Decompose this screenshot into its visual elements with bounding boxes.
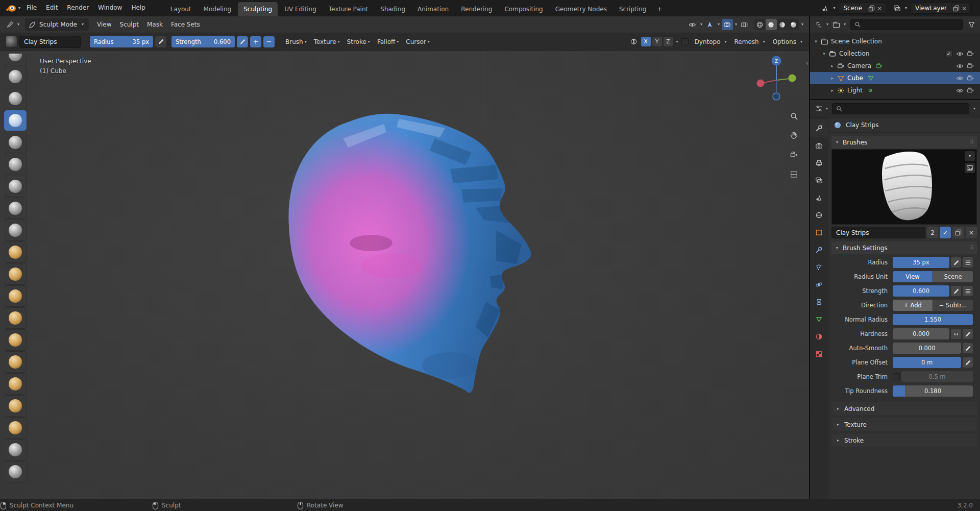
input-samples-icon[interactable]	[963, 286, 973, 296]
hardness-slider[interactable]: 0.000	[893, 328, 949, 339]
unlink-brush-icon[interactable]: ×	[966, 227, 977, 238]
properties-options-chevron-icon[interactable]: ▾	[972, 107, 977, 111]
expander-open-icon[interactable]: ▾	[812, 39, 820, 44]
brush-tool-flatten[interactable]	[4, 264, 27, 284]
overlays-chevron-icon[interactable]: ▾	[733, 22, 739, 27]
remesh-chevron-icon[interactable]: ▾	[762, 40, 767, 44]
gizmos-toggle-icon[interactable]	[704, 19, 716, 30]
plane-trim-slider[interactable]: 0.5 m	[901, 371, 973, 382]
strength-slider[interactable]: Strength 0.600	[172, 36, 235, 47]
plane-trim-checkbox[interactable]	[893, 373, 900, 380]
new-scene-icon[interactable]	[867, 4, 875, 12]
normal-radius-slider[interactable]: 1.550	[893, 314, 973, 325]
properties-tab-render[interactable]	[810, 137, 828, 154]
scene-option[interactable]: Scene	[933, 271, 973, 282]
xray-toggle-icon[interactable]	[739, 19, 750, 30]
gizmos-chevron-icon[interactable]: ▾	[716, 22, 721, 27]
remesh-dropdown[interactable]: Remesh	[730, 38, 760, 45]
workspace-tab-layout[interactable]: Layout	[165, 2, 197, 16]
mirror-x-button[interactable]: X	[641, 37, 651, 46]
pressure-icon[interactable]	[951, 257, 961, 267]
workspace-tab-modeling[interactable]: Modeling	[198, 2, 237, 16]
pressure-icon[interactable]	[963, 357, 973, 368]
shading-solid-icon[interactable]	[766, 19, 777, 30]
properties-tab-material[interactable]	[810, 328, 828, 345]
workspace-tab-scripting[interactable]: Scripting	[614, 2, 652, 16]
expander-open-icon[interactable]: ▾	[820, 51, 828, 56]
workspace-tab-geometry-nodes[interactable]: Geometry Nodes	[550, 2, 612, 16]
pressure-icon[interactable]	[963, 343, 973, 353]
panel-texture[interactable]: ▸Texture	[831, 418, 977, 431]
hide-viewport-toggle-icon[interactable]	[954, 75, 965, 82]
menu-help[interactable]: Help	[127, 0, 150, 16]
properties-tab-modifiers[interactable]	[810, 241, 828, 258]
viewlayer-chevron-icon[interactable]: ▾	[903, 6, 909, 10]
navigation-gizmo[interactable]: Z	[752, 54, 801, 103]
outliner-row-cube[interactable]: ▸Cube	[810, 72, 980, 84]
disable-render-toggle-icon[interactable]	[965, 87, 976, 94]
panel-grip-icon[interactable]: ⠿	[970, 245, 974, 251]
blender-logo-icon[interactable]	[5, 5, 16, 12]
brush-name-input[interactable]: Clay Strips	[831, 227, 925, 238]
dropdown-cursor[interactable]: Cursor▾	[401, 38, 432, 45]
visibility-chevron-icon[interactable]: ▾	[699, 22, 704, 27]
brush-settings-header[interactable]: ▾ Brush Settings ⠿	[831, 241, 977, 254]
brush-users-count[interactable]: 2	[927, 227, 938, 238]
expander-closed-icon[interactable]: ▸	[828, 76, 836, 81]
direction-add-button[interactable]: +	[250, 36, 261, 47]
brush-tool-snake-hook[interactable]	[4, 418, 27, 438]
active-brush-name-field[interactable]: Clay Strips	[19, 36, 81, 48]
expander-closed-icon[interactable]: ▸	[828, 88, 836, 93]
pressure-icon[interactable]	[963, 329, 973, 339]
panel-grip-icon[interactable]: ⠿	[970, 139, 974, 145]
viewport-3d[interactable]: User Perspective (1) Cube Z	[0, 51, 809, 499]
disable-render-toggle-icon[interactable]	[965, 50, 976, 58]
brush-tool-scrape[interactable]	[4, 308, 27, 328]
properties-tab-scene[interactable]	[810, 189, 828, 206]
region-collapse-icon[interactable]: ‹	[806, 60, 808, 67]
outliner-display-mode-icon[interactable]	[830, 19, 842, 30]
brush-tool-blob[interactable]	[4, 198, 27, 218]
menu-edit[interactable]: Edit	[41, 0, 62, 16]
brush-preview[interactable]: ▾	[831, 149, 977, 225]
properties-tab-object[interactable]	[810, 224, 828, 241]
radius-slider[interactable]: Radius 35 px	[90, 36, 153, 47]
outliner-editor-type-icon[interactable]	[813, 19, 824, 30]
properties-tab-physics[interactable]	[810, 276, 828, 293]
properties-tab-texture[interactable]	[810, 345, 828, 362]
workspace-tab-rendering[interactable]: Rendering	[455, 2, 498, 16]
menu-window[interactable]: Window	[93, 0, 127, 16]
workspace-tab-animation[interactable]: Animation	[412, 2, 454, 16]
workspace-tab-add[interactable]: +	[653, 2, 666, 16]
outliner-editor-chevron-icon[interactable]: ▾	[825, 22, 830, 27]
viewport-menu-face-sets[interactable]: Face Sets	[167, 16, 204, 33]
properties-search-input[interactable]	[832, 103, 969, 114]
properties-tab-tool[interactable]	[810, 119, 828, 137]
dropdown-texture[interactable]: Texture▾	[309, 38, 342, 45]
scene-chevron-icon[interactable]: ▾	[831, 6, 837, 10]
brush-tool-pose[interactable]	[4, 461, 27, 482]
dropdown-stroke[interactable]: Stroke▾	[342, 38, 373, 45]
collection-checkbox[interactable]: ✓	[945, 50, 952, 57]
remove-viewlayer-icon[interactable]: ×	[960, 4, 968, 12]
options-chevron-icon[interactable]: ▾	[799, 40, 804, 44]
properties-tab-view-layer[interactable]	[810, 172, 828, 189]
dyntopo-chevron-icon[interactable]: ▾	[723, 40, 728, 44]
outliner-row-camera[interactable]: ▸Camera	[810, 60, 980, 72]
outliner-row-scene-collection[interactable]: ▾Scene Collection	[810, 35, 980, 47]
mirror-z-button[interactable]: Z	[664, 37, 673, 46]
brush-tool-smooth[interactable]	[4, 242, 27, 262]
gizmo-negative-z-axis[interactable]	[773, 93, 780, 100]
delete-scene-icon[interactable]: ×	[875, 4, 884, 12]
brush-tool-clay[interactable]	[4, 88, 27, 109]
extrapolate-icon[interactable]: ↔	[951, 329, 961, 339]
editor-type-icon[interactable]	[4, 19, 15, 30]
outliner-search-input[interactable]	[850, 19, 963, 30]
plane-offset-slider[interactable]: 0 m	[893, 357, 961, 368]
dropdown-brush[interactable]: Brush▾	[281, 38, 309, 45]
brush-tool-elastic-deform[interactable]	[4, 396, 27, 416]
expander-closed-icon[interactable]: ▸	[828, 63, 836, 68]
brush-tool-multi-plane-scrape[interactable]	[4, 330, 27, 350]
dyntopo-dropdown[interactable]: Dyntopo	[690, 38, 722, 45]
outliner-display-chevron-icon[interactable]: ▾	[842, 22, 847, 27]
